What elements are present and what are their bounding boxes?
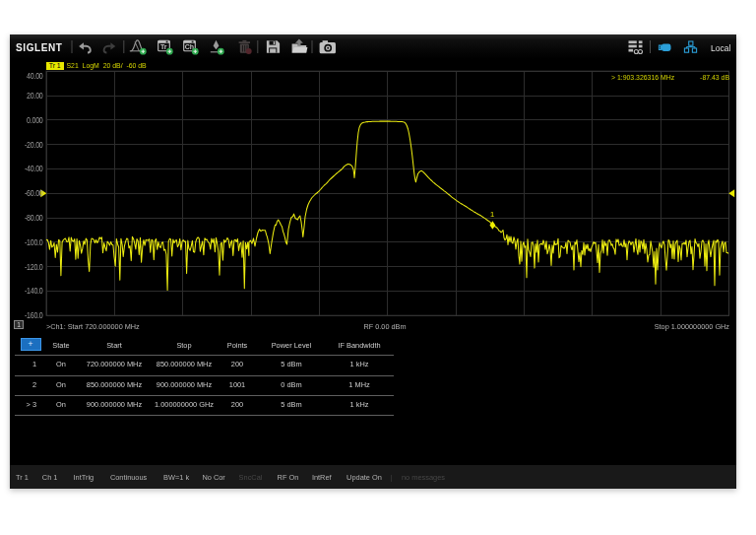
- svg-text:Ch: Ch: [185, 43, 194, 50]
- svg-text:Tr: Tr: [160, 43, 167, 50]
- svg-text:1: 1: [490, 210, 494, 219]
